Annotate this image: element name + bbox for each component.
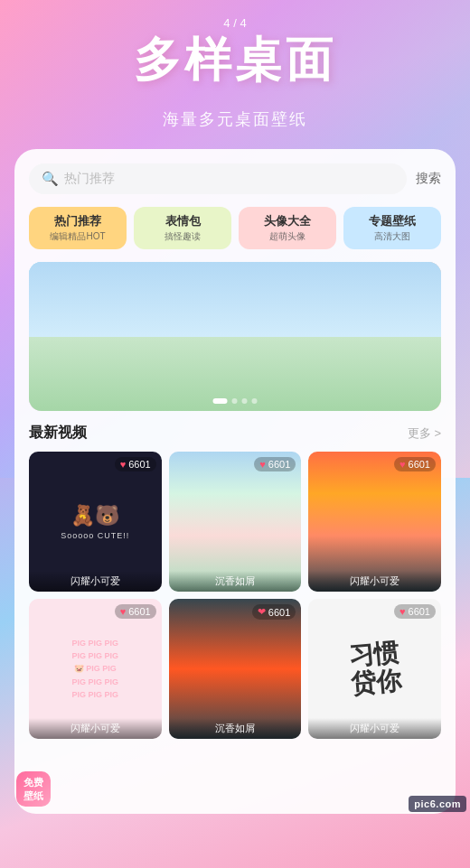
heart-icon-3: ♥ — [400, 459, 406, 470]
cat-label-3: 头像大全 — [242, 213, 333, 229]
free-badge-line1: 免费 — [24, 776, 43, 789]
cat-sub-2: 搞怪趣读 — [137, 230, 228, 243]
dot-4 — [252, 398, 258, 404]
bears-text: Sooooo CUTE!! — [61, 531, 129, 540]
video-like-2: ♥ 6601 — [254, 457, 296, 471]
banner-dots — [213, 398, 258, 404]
category-tab-avatar[interactable]: 头像大全 超萌头像 — [239, 207, 336, 249]
cat-sub-3: 超萌头像 — [242, 230, 333, 243]
video-label-6: 闪耀小可爱 — [308, 718, 441, 739]
video-card-2[interactable]: ♥ 6601 沉香如屑 — [169, 452, 302, 592]
dot-2 — [232, 398, 238, 404]
free-badge[interactable]: 免费 壁纸 — [16, 771, 51, 807]
banner-sky — [29, 262, 441, 344]
like-count-6: 6601 — [409, 606, 430, 617]
main-card: 🔍 热门推荐 搜索 热门推荐 编辑精品HOT 表情包 搞怪趣读 头像大全 超萌头… — [14, 149, 456, 814]
video-label-4: 闪耀小可爱 — [29, 718, 162, 739]
banner[interactable] — [29, 262, 441, 411]
category-tab-theme[interactable]: 专题壁纸 高清大图 — [343, 207, 441, 249]
search-input-area[interactable]: 🔍 热门推荐 — [29, 163, 407, 194]
video-label-2: 沉香如屑 — [169, 571, 302, 592]
video-card-5[interactable]: ❤ 6601 沉香如屑 — [169, 599, 302, 739]
cat-sub-4: 高清大图 — [347, 230, 437, 243]
page-counter: 4 / 4 — [223, 16, 246, 30]
video-card-4[interactable]: PIG PIG PIGPIG PIG PIG🐷 PIG PIGPIG PIG P… — [29, 599, 162, 739]
video-like-4: ♥ 6601 — [115, 604, 156, 619]
like-count-1: 6601 — [128, 459, 150, 470]
like-count-4: 6601 — [128, 606, 150, 617]
section-header: 最新视频 更多 > — [29, 424, 441, 443]
video-grid: 🧸🐻 Sooooo CUTE!! ♥ 6601 闪耀小可爱 ♥ 6601 沉香如… — [29, 452, 441, 739]
search-bar: 🔍 热门推荐 搜索 — [29, 163, 441, 194]
heart-icon-4: ♥ — [120, 606, 127, 617]
like-count-2: 6601 — [268, 459, 290, 470]
search-placeholder: 热门推荐 — [64, 171, 115, 187]
free-badge-line2: 壁纸 — [24, 789, 43, 802]
more-button[interactable]: 更多 > — [408, 425, 441, 442]
heart-icon-2: ♥ — [259, 459, 266, 470]
video-label-1: 闪耀小可爱 — [29, 571, 162, 592]
main-title: 多样桌面 — [134, 29, 336, 92]
video-like-1: ♥ 6601 — [115, 457, 156, 471]
like-count-5: 6601 — [268, 607, 290, 618]
cat-label-4: 专题壁纸 — [347, 213, 437, 229]
like-count-3: 6601 — [409, 459, 430, 470]
video-card-6[interactable]: 习惯贷你 ♥ 6601 闪耀小可爱 — [308, 599, 441, 739]
video-label-5: 沉香如屑 — [169, 718, 302, 739]
search-icon: 🔍 — [42, 171, 59, 187]
category-tab-emoji[interactable]: 表情包 搞怪趣读 — [134, 207, 231, 249]
video-label-3: 闪耀小可爱 — [308, 571, 441, 592]
video-like-6: ♥ 6601 — [394, 604, 436, 619]
watermark: pic6.com — [409, 796, 466, 812]
calli-text: 习惯贷你 — [347, 639, 402, 698]
video-like-5: ❤ 6601 — [252, 604, 296, 620]
search-button[interactable]: 搜索 — [416, 171, 441, 187]
heart-icon-5: ❤ — [258, 606, 266, 618]
watermark-text: pic6.com — [414, 798, 461, 809]
pig-text: PIG PIG PIGPIG PIG PIG🐷 PIG PIGPIG PIG P… — [69, 633, 123, 705]
banner-image — [29, 262, 441, 411]
video-card-1[interactable]: 🧸🐻 Sooooo CUTE!! ♥ 6601 闪耀小可爱 — [29, 452, 162, 592]
cat-label-2: 表情包 — [137, 213, 228, 229]
video-card-3[interactable]: ♥ 6601 闪耀小可爱 — [308, 452, 441, 592]
category-tab-hot[interactable]: 热门推荐 编辑精品HOT — [29, 207, 127, 249]
dot-1 — [213, 398, 228, 404]
video-like-3: ♥ 6601 — [394, 457, 436, 471]
dot-3 — [242, 398, 248, 404]
sub-title: 海量多元桌面壁纸 — [163, 108, 307, 130]
heart-icon-6: ♥ — [400, 606, 406, 617]
category-tabs: 热门推荐 编辑精品HOT 表情包 搞怪趣读 头像大全 超萌头像 专题壁纸 高清大… — [29, 207, 441, 249]
heart-icon-1: ♥ — [120, 459, 127, 470]
cat-label-1: 热门推荐 — [33, 213, 123, 229]
bear-emoji: 🧸🐻 — [70, 504, 119, 527]
cat-sub-1: 编辑精品HOT — [33, 230, 123, 243]
section-title: 最新视频 — [29, 424, 87, 443]
